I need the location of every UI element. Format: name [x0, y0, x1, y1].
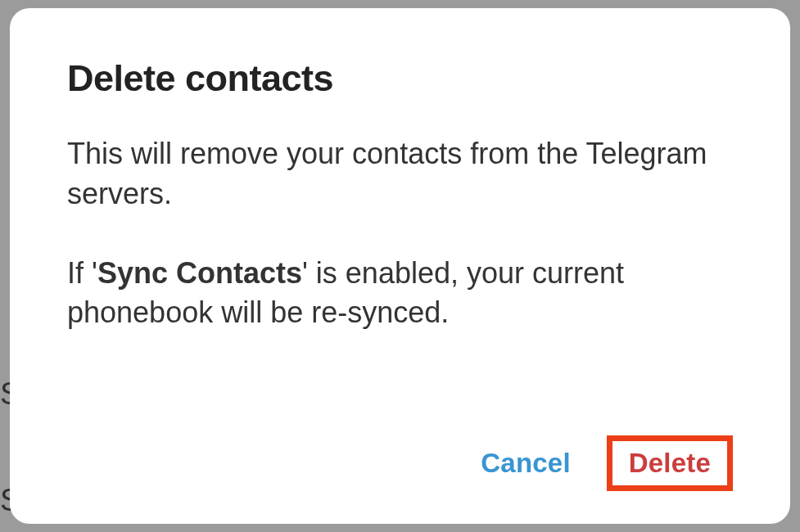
dialog-message-bold: Sync Contacts: [97, 256, 302, 290]
dialog-message: This will remove your contacts from the …: [67, 134, 733, 419]
cancel-button[interactable]: Cancel: [468, 440, 583, 487]
delete-button[interactable]: Delete: [607, 435, 733, 491]
dialog-message-part1: This will remove your contacts from the …: [67, 137, 707, 210]
dialog-actions: Cancel Delete: [67, 435, 733, 491]
dialog-title: Delete contacts: [67, 57, 733, 100]
delete-contacts-dialog: Delete contacts This will remove your co…: [10, 8, 790, 524]
dialog-message-part2-prefix: If ': [67, 256, 97, 290]
